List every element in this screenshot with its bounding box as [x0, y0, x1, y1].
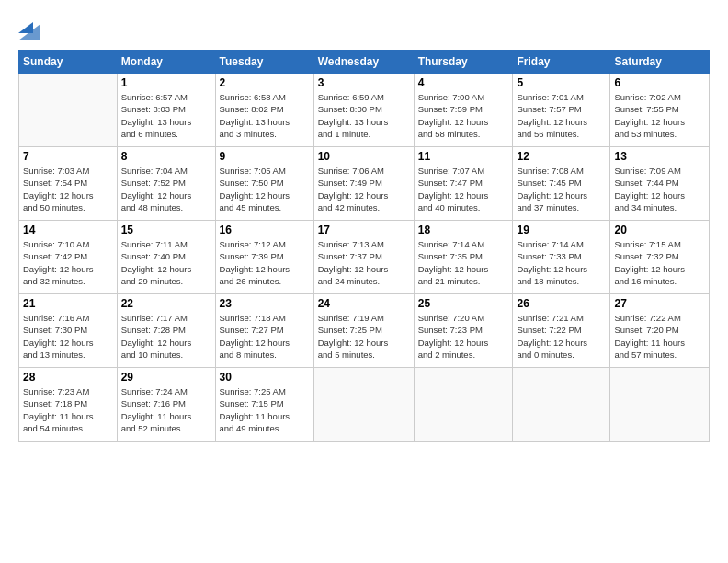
day-info: Sunrise: 7:06 AMSunset: 7:49 PMDaylight:…: [318, 165, 410, 213]
calendar-cell: 16Sunrise: 7:12 AMSunset: 7:39 PMDayligh…: [215, 221, 313, 294]
calendar-cell: 8Sunrise: 7:04 AMSunset: 7:52 PMDaylight…: [117, 147, 215, 221]
day-number: 1: [121, 76, 211, 89]
day-info: Sunrise: 7:02 AMSunset: 7:55 PMDaylight:…: [614, 91, 705, 140]
calendar-table: SundayMondayTuesdayWednesdayThursdayFrid…: [18, 50, 710, 442]
calendar-cell: 30Sunrise: 7:25 AMSunset: 7:15 PMDayligh…: [215, 368, 313, 442]
calendar-cell: 13Sunrise: 7:09 AMSunset: 7:44 PMDayligh…: [610, 147, 710, 221]
day-number: 16: [220, 224, 310, 236]
calendar-header-row: SundayMondayTuesdayWednesdayThursdayFrid…: [19, 51, 710, 74]
day-number: 9: [220, 150, 310, 163]
day-info: Sunrise: 7:18 AMSunset: 7:27 PMDaylight:…: [220, 312, 310, 361]
col-header-saturday: Saturday: [610, 51, 710, 74]
day-number: 6: [614, 76, 705, 89]
col-header-wednesday: Wednesday: [313, 51, 414, 74]
calendar-week-row: 28Sunrise: 7:23 AMSunset: 7:18 PMDayligh…: [19, 368, 710, 442]
day-info: Sunrise: 7:05 AMSunset: 7:50 PMDaylight:…: [220, 165, 310, 213]
calendar-cell: 25Sunrise: 7:20 AMSunset: 7:23 PMDayligh…: [414, 294, 513, 368]
day-info: Sunrise: 7:13 AMSunset: 7:37 PMDaylight:…: [318, 238, 410, 287]
day-info: Sunrise: 7:03 AMSunset: 7:54 PMDaylight:…: [23, 165, 113, 213]
day-info: Sunrise: 7:25 AMSunset: 7:15 PMDaylight:…: [220, 385, 310, 434]
calendar-cell: [313, 368, 414, 442]
day-number: 3: [318, 76, 410, 89]
day-info: Sunrise: 7:08 AMSunset: 7:45 PMDaylight:…: [517, 165, 606, 213]
calendar-cell: 22Sunrise: 7:17 AMSunset: 7:28 PMDayligh…: [117, 294, 215, 368]
calendar-cell: 29Sunrise: 7:24 AMSunset: 7:16 PMDayligh…: [117, 368, 215, 442]
col-header-tuesday: Tuesday: [215, 51, 313, 74]
calendar-cell: 9Sunrise: 7:05 AMSunset: 7:50 PMDaylight…: [215, 147, 313, 221]
calendar-cell: 2Sunrise: 6:58 AMSunset: 8:02 PMDaylight…: [215, 74, 313, 147]
calendar-cell: [610, 368, 710, 442]
day-number: 22: [121, 297, 211, 310]
calendar-week-row: 14Sunrise: 7:10 AMSunset: 7:42 PMDayligh…: [19, 221, 710, 294]
header: [18, 15, 710, 40]
calendar-cell: 23Sunrise: 7:18 AMSunset: 7:27 PMDayligh…: [215, 294, 313, 368]
day-info: Sunrise: 7:04 AMSunset: 7:52 PMDaylight:…: [121, 165, 211, 213]
calendar-cell: 4Sunrise: 7:00 AMSunset: 7:59 PMDaylight…: [414, 74, 513, 147]
calendar-cell: 26Sunrise: 7:21 AMSunset: 7:22 PMDayligh…: [513, 294, 610, 368]
day-number: 2: [220, 76, 310, 89]
calendar-cell: 7Sunrise: 7:03 AMSunset: 7:54 PMDaylight…: [19, 147, 118, 221]
calendar-cell: 17Sunrise: 7:13 AMSunset: 7:37 PMDayligh…: [313, 221, 414, 294]
day-number: 11: [418, 150, 509, 163]
day-number: 4: [418, 76, 509, 89]
calendar-week-row: 1Sunrise: 6:57 AMSunset: 8:03 PMDaylight…: [19, 74, 710, 147]
day-number: 7: [23, 150, 113, 163]
calendar-cell: 14Sunrise: 7:10 AMSunset: 7:42 PMDayligh…: [19, 221, 118, 294]
day-number: 30: [220, 371, 310, 384]
day-info: Sunrise: 7:09 AMSunset: 7:44 PMDaylight:…: [614, 165, 705, 213]
day-number: 15: [121, 224, 211, 236]
calendar-cell: 10Sunrise: 7:06 AMSunset: 7:49 PMDayligh…: [313, 147, 414, 221]
day-info: Sunrise: 7:16 AMSunset: 7:30 PMDaylight:…: [23, 312, 113, 361]
day-info: Sunrise: 7:17 AMSunset: 7:28 PMDaylight:…: [121, 312, 211, 361]
calendar-cell: 24Sunrise: 7:19 AMSunset: 7:25 PMDayligh…: [313, 294, 414, 368]
svg-marker-1: [18, 22, 33, 33]
day-info: Sunrise: 6:59 AMSunset: 8:00 PMDaylight:…: [318, 91, 410, 140]
day-info: Sunrise: 7:11 AMSunset: 7:40 PMDaylight:…: [121, 238, 211, 287]
day-number: 8: [121, 150, 211, 163]
day-number: 10: [318, 150, 410, 163]
day-number: 19: [517, 224, 606, 236]
day-number: 21: [23, 297, 113, 310]
day-number: 14: [23, 224, 113, 236]
col-header-monday: Monday: [117, 51, 215, 74]
day-info: Sunrise: 7:19 AMSunset: 7:25 PMDaylight:…: [318, 312, 410, 361]
calendar-cell: 20Sunrise: 7:15 AMSunset: 7:32 PMDayligh…: [610, 221, 710, 294]
calendar-cell: 1Sunrise: 6:57 AMSunset: 8:03 PMDaylight…: [117, 74, 215, 147]
day-info: Sunrise: 7:07 AMSunset: 7:47 PMDaylight:…: [418, 165, 509, 213]
day-number: 28: [23, 371, 113, 384]
day-info: Sunrise: 7:14 AMSunset: 7:33 PMDaylight:…: [517, 238, 606, 287]
day-number: 23: [220, 297, 310, 310]
day-info: Sunrise: 7:00 AMSunset: 7:59 PMDaylight:…: [418, 91, 509, 140]
col-header-thursday: Thursday: [414, 51, 513, 74]
calendar-cell: 3Sunrise: 6:59 AMSunset: 8:00 PMDaylight…: [313, 74, 414, 147]
col-header-friday: Friday: [513, 51, 610, 74]
day-number: 26: [517, 297, 606, 310]
day-info: Sunrise: 7:24 AMSunset: 7:16 PMDaylight:…: [121, 385, 211, 434]
calendar-cell: 18Sunrise: 7:14 AMSunset: 7:35 PMDayligh…: [414, 221, 513, 294]
calendar-cell: 28Sunrise: 7:23 AMSunset: 7:18 PMDayligh…: [19, 368, 118, 442]
day-info: Sunrise: 7:20 AMSunset: 7:23 PMDaylight:…: [418, 312, 509, 361]
day-number: 12: [517, 150, 606, 163]
day-info: Sunrise: 7:21 AMSunset: 7:22 PMDaylight:…: [517, 312, 606, 361]
day-number: 24: [318, 297, 410, 310]
day-number: 17: [318, 224, 410, 236]
calendar-cell: 15Sunrise: 7:11 AMSunset: 7:40 PMDayligh…: [117, 221, 215, 294]
day-number: 20: [614, 224, 705, 236]
day-info: Sunrise: 7:10 AMSunset: 7:42 PMDaylight:…: [23, 238, 113, 287]
day-number: 29: [121, 371, 211, 384]
calendar-cell: 5Sunrise: 7:01 AMSunset: 7:57 PMDaylight…: [513, 74, 610, 147]
calendar-cell: 27Sunrise: 7:22 AMSunset: 7:20 PMDayligh…: [610, 294, 710, 368]
calendar-cell: 12Sunrise: 7:08 AMSunset: 7:45 PMDayligh…: [513, 147, 610, 221]
day-info: Sunrise: 7:01 AMSunset: 7:57 PMDaylight:…: [517, 91, 606, 140]
day-info: Sunrise: 7:14 AMSunset: 7:35 PMDaylight:…: [418, 238, 509, 287]
logo: [18, 15, 44, 40]
day-number: 5: [517, 76, 606, 89]
day-info: Sunrise: 7:12 AMSunset: 7:39 PMDaylight:…: [220, 238, 310, 287]
day-info: Sunrise: 7:23 AMSunset: 7:18 PMDaylight:…: [23, 385, 113, 434]
page: SundayMondayTuesdayWednesdayThursdayFrid…: [0, 0, 728, 563]
calendar-cell: 6Sunrise: 7:02 AMSunset: 7:55 PMDaylight…: [610, 74, 710, 147]
calendar-week-row: 21Sunrise: 7:16 AMSunset: 7:30 PMDayligh…: [19, 294, 710, 368]
calendar-cell: [19, 74, 118, 147]
logo-icon: [18, 15, 40, 40]
col-header-sunday: Sunday: [19, 51, 118, 74]
